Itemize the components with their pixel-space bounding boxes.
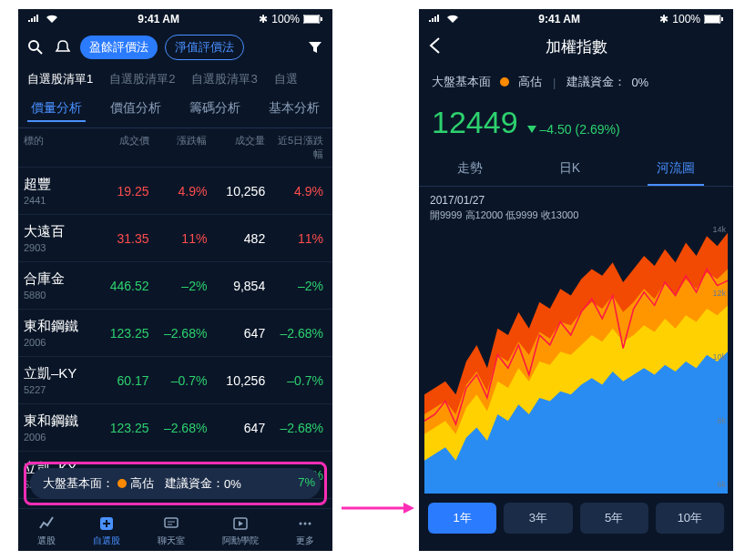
river-chart[interactable]: 14k12k10k8k6k	[424, 229, 728, 494]
analysis-tab[interactable]: 價值分析	[107, 97, 165, 122]
dot-orange-icon	[500, 77, 509, 87]
status-bar: 9:41 AM ✱ 100%	[419, 9, 733, 29]
nav-icon	[296, 514, 314, 533]
volume-cell: 10,256	[210, 373, 269, 388]
svg-rect-15	[705, 15, 719, 23]
stock-name: 超豐2441	[24, 176, 95, 206]
chart-tab[interactable]: 走勢	[448, 153, 492, 186]
fundamental-line: 大盤基本面 高估 | 建議資金： 0%	[419, 65, 733, 99]
index-value-row: 12449 –4.50(2.69%)	[419, 99, 733, 153]
five-day-cell: –2.68%	[269, 326, 327, 341]
svg-point-9	[299, 523, 301, 525]
svg-point-3	[29, 41, 38, 50]
range-button[interactable]: 5年	[580, 503, 648, 534]
bell-icon[interactable]	[53, 37, 73, 57]
watchlist-tab[interactable]: 自選股清單3	[191, 71, 257, 87]
price-cell: 31.35	[95, 231, 153, 246]
ohlc-date: 2017/01/27	[430, 194, 722, 207]
range-buttons: 1年3年5年10年	[419, 494, 733, 543]
signal-icon	[27, 15, 42, 24]
table-row[interactable]: 合庫金5880446.52–2%9,854–2%	[18, 262, 332, 310]
chart-tabs: 走勢日K河流圖	[419, 153, 733, 187]
stock-name: 大遠百2903	[24, 223, 95, 253]
analysis-tab[interactable]: 基本分析	[265, 97, 323, 122]
change-cell: –0.7%	[153, 373, 211, 388]
table-row[interactable]: 超豐244119.254.9%10,2564.9%	[18, 168, 332, 215]
table-row[interactable]: 東和鋼鐵2006123.25–2.68%647–2.68%	[18, 310, 332, 357]
svg-point-11	[308, 523, 311, 525]
col-price[interactable]: 成交價	[95, 134, 153, 161]
chart-tab[interactable]: 河流圖	[648, 153, 704, 186]
col-five-day[interactable]: 近5日漲跌幅	[269, 134, 327, 161]
fund-label: 大盤基本面	[432, 74, 491, 90]
table-row[interactable]: 東和鋼鐵2006123.25–2.68%647–2.68%	[18, 404, 332, 452]
y-tick: 10k	[712, 352, 726, 361]
col-volume[interactable]: 成交量	[210, 134, 269, 161]
status-time: 9:41 AM	[138, 13, 179, 25]
bluetooth-icon: ✱	[259, 13, 268, 25]
watchlist-tab[interactable]: 自選	[274, 71, 298, 87]
banner-status: 高估	[130, 475, 154, 492]
watchlist-tab[interactable]: 自選股清單2	[109, 71, 175, 87]
header: 加權指數	[419, 29, 733, 65]
table-body: 超豐244119.254.9%10,2564.9%大遠百290331.3511%…	[18, 168, 332, 499]
signal-indicators	[428, 15, 459, 24]
battery-status: ✱ 100%	[659, 13, 724, 25]
watchlist-tabs: 自選股清單1自選股清單2自選股清單3自選	[18, 66, 332, 93]
range-button[interactable]: 3年	[504, 503, 572, 534]
nav-item[interactable]: 自選股	[93, 514, 120, 547]
signal-indicators	[27, 15, 58, 24]
triangle-down-icon	[527, 126, 536, 133]
nav-item[interactable]: 阿勳學院	[222, 514, 259, 547]
col-name[interactable]: 標的	[24, 134, 95, 161]
nav-item[interactable]: 選股	[37, 514, 56, 547]
arrow-icon	[342, 499, 414, 517]
banner-suggestion-value: 0%	[224, 477, 241, 491]
range-button[interactable]: 1年	[428, 503, 496, 534]
five-day-cell: 11%	[269, 231, 327, 246]
index-value: 12449	[432, 105, 518, 140]
search-icon[interactable]	[26, 37, 46, 57]
fund-status: 高估	[518, 74, 542, 90]
five-day-cell: 4.9%	[269, 184, 327, 199]
five-day-cell: –2%	[269, 279, 327, 293]
svg-rect-2	[321, 17, 322, 21]
range-button[interactable]: 10年	[656, 503, 724, 534]
table-row[interactable]: 立凱–KY522760.17–0.7%10,256–0.7%	[18, 357, 332, 404]
stock-name: 東和鋼鐵2006	[24, 412, 95, 443]
svg-rect-6	[165, 518, 178, 527]
y-tick: 14k	[712, 225, 726, 234]
volume-cell: 647	[210, 421, 269, 435]
nav-item[interactable]: 更多	[296, 514, 314, 547]
battery-icon	[303, 15, 323, 24]
valuation-pill-active[interactable]: 盈餘評價法	[80, 36, 158, 59]
analysis-tab[interactable]: 籌碼分析	[186, 97, 244, 122]
svg-marker-8	[239, 521, 243, 526]
chart-tab[interactable]: 日K	[550, 153, 589, 186]
svg-point-10	[303, 523, 306, 525]
volume-cell: 10,256	[210, 184, 269, 199]
fund-suggestion-value: 0%	[631, 76, 648, 89]
bluetooth-icon: ✱	[659, 13, 668, 25]
stock-name: 合庫金5880	[24, 270, 95, 300]
phone-left: 9:41 AM ✱ 100% 盈餘評價法 淨值評價法 自選股清單1自選股清單2自…	[18, 9, 332, 551]
wifi-icon	[446, 15, 459, 24]
svg-rect-16	[721, 17, 723, 21]
volume-cell: 482	[210, 231, 269, 246]
y-tick: 6k	[717, 480, 726, 489]
table-row[interactable]: 大遠百290331.3511%48211%	[18, 215, 332, 262]
index-change: –4.50(2.69%)	[527, 122, 620, 137]
valuation-pill-inactive[interactable]: 淨值評價法	[165, 35, 244, 60]
filter-icon[interactable]	[305, 37, 325, 57]
back-button[interactable]	[428, 36, 441, 58]
status-time: 9:41 AM	[538, 13, 580, 25]
nav-icon	[162, 514, 180, 533]
analysis-tab[interactable]: 價量分析	[27, 97, 86, 122]
table-header: 標的 成交價 漲跌幅 成交量 近5日漲跌幅	[18, 128, 332, 168]
watchlist-tab[interactable]: 自選股清單1	[27, 71, 93, 87]
col-change[interactable]: 漲跌幅	[153, 134, 211, 161]
volume-cell: 9,854	[210, 279, 269, 293]
ohlc-values: 開9999 高12000 低9999 收13000	[430, 209, 722, 222]
nav-item[interactable]: 聊天室	[158, 514, 185, 547]
banner-pill[interactable]: 大盤基本面： 高估 建議資金： 0%	[30, 468, 321, 499]
